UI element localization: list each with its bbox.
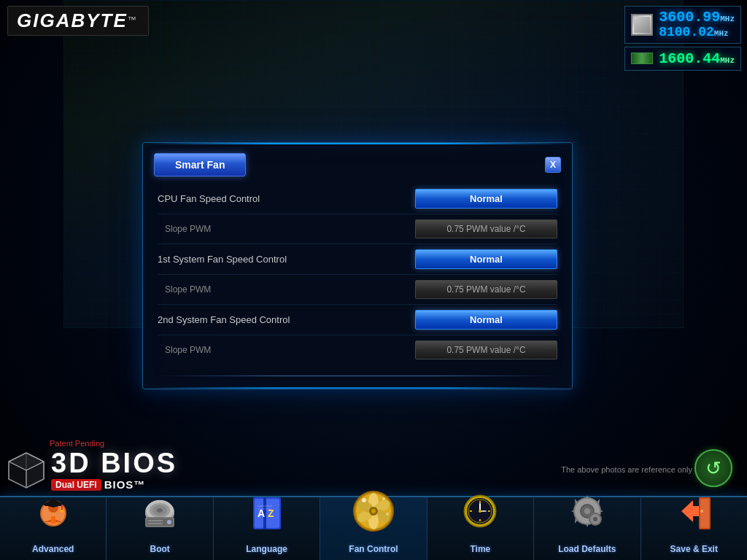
ram-speed-row: 1600.44MHz xyxy=(624,47,741,71)
nav-label-boot: Boot xyxy=(150,544,169,554)
smart-fan-dialog: Smart Fan X CPU Fan Speed Control Normal… xyxy=(142,142,573,389)
bios-text-group: 3D BIOS Dual UEFI BIOS™ xyxy=(51,449,177,491)
close-dialog-button[interactable]: X xyxy=(545,157,561,173)
slope-pwm-label-2: Slope PWM xyxy=(158,284,415,295)
fan-control-icon xyxy=(351,489,396,534)
slope-pwm-value-2[interactable]: 0.75 PWM value /°C xyxy=(415,280,557,299)
svg-point-21 xyxy=(157,508,163,513)
2nd-system-fan-label: 2nd System Fan Speed Control xyxy=(158,314,415,325)
slope-pwm-row-3: Slope PWM 0.75 PWM value /°C xyxy=(158,335,557,365)
cube-icon xyxy=(7,451,45,489)
dialog-header: Smart Fan X xyxy=(143,144,572,184)
svg-rect-73 xyxy=(700,499,709,528)
nav-label-time: Time xyxy=(471,544,491,554)
svg-point-46 xyxy=(362,498,366,502)
speed-display: 3600.99MHz 8100.02MHz 1600.44MHz xyxy=(624,6,741,71)
reference-text: The above photos are reference only xyxy=(561,465,692,474)
save-exit-icon xyxy=(674,491,713,531)
dialog-divider xyxy=(158,376,557,376)
svg-point-60 xyxy=(479,510,481,513)
fan-row-2nd-system: 2nd System Fan Speed Control Normal xyxy=(158,305,557,335)
svg-point-70 xyxy=(593,517,597,521)
slope-pwm-row-2: Slope PWM 0.75 PWM value /°C xyxy=(158,275,557,305)
1st-system-fan-label: 1st System Fan Speed Control xyxy=(158,254,415,265)
nav-item-boot[interactable]: Boot xyxy=(107,497,213,560)
brand-name: GIGABYTE xyxy=(17,9,128,31)
cpu-freq-value: 3600.99MHz 8100.02MHz xyxy=(659,9,735,40)
bios-branding: Patent Pending 3D BIOS Dual UEFI BIOS™ xyxy=(7,439,177,491)
svg-rect-25 xyxy=(148,520,163,521)
slope-pwm-row-1: Slope PWM 0.75 PWM value /°C xyxy=(158,214,557,244)
svg-point-27 xyxy=(167,520,171,524)
nav-item-load-defaults[interactable]: Load Defaults xyxy=(534,497,640,560)
load-defaults-icon xyxy=(568,491,607,531)
nav-label-save-exit: Save & Exit xyxy=(670,544,718,554)
cpu-speed-row: 3600.99MHz 8100.02MHz xyxy=(624,6,741,44)
nav-item-language[interactable]: A Z Language xyxy=(214,497,320,560)
svg-rect-12 xyxy=(61,505,63,510)
svg-point-47 xyxy=(382,497,385,500)
2nd-system-fan-value[interactable]: Normal xyxy=(415,310,557,330)
nav-bar: Advanced Boot xyxy=(0,496,747,560)
nav-item-save-exit[interactable]: Save & Exit xyxy=(641,497,747,560)
svg-rect-14 xyxy=(51,516,55,524)
patent-pending: Patent Pending xyxy=(50,439,177,448)
nav-label-load-defaults: Load Defaults xyxy=(558,544,616,554)
language-icon: A Z xyxy=(247,491,287,531)
dual-uefi-badge: Dual UEFI xyxy=(51,479,101,491)
nav-label-advanced: Advanced xyxy=(32,544,74,554)
svg-rect-26 xyxy=(148,523,163,524)
brand-tm: ™ xyxy=(128,15,136,25)
slope-pwm-value-3[interactable]: 0.75 PWM value /°C xyxy=(415,341,557,359)
advanced-icon xyxy=(34,491,73,531)
svg-point-48 xyxy=(386,513,389,516)
1st-system-fan-value[interactable]: Normal xyxy=(415,249,557,269)
dialog-content: CPU Fan Speed Control Normal Slope PWM 0… xyxy=(143,184,572,387)
ram-icon xyxy=(631,52,653,64)
nav-item-time[interactable]: Time xyxy=(427,497,534,560)
svg-point-74 xyxy=(700,510,703,513)
refresh-arrow-icon: ↻ xyxy=(705,457,721,480)
smart-fan-tab[interactable]: Smart Fan xyxy=(154,153,246,176)
slope-pwm-label-1: Slope PWM xyxy=(158,224,415,234)
cpu-fan-value[interactable]: Normal xyxy=(415,189,557,209)
time-icon xyxy=(460,491,500,531)
gigabyte-logo: GIGABYTE™ xyxy=(7,6,149,36)
ram-freq-value: 1600.44MHz xyxy=(659,50,735,67)
boot-icon xyxy=(140,491,179,531)
fan-row-cpu: CPU Fan Speed Control Normal xyxy=(158,184,557,214)
nav-item-advanced[interactable]: Advanced xyxy=(0,497,107,560)
refresh-icon[interactable]: ↻ xyxy=(694,449,732,487)
svg-point-45 xyxy=(371,509,376,513)
3d-bios-text: 3D BIOS xyxy=(51,449,177,477)
svg-point-13 xyxy=(61,510,63,513)
slope-pwm-value-1[interactable]: 0.75 PWM value /°C xyxy=(415,219,557,238)
nav-label-language: Language xyxy=(246,544,287,554)
nav-label-fan-control: Fan Control xyxy=(349,544,398,554)
cpu-icon xyxy=(631,14,653,36)
cpu-fan-label: CPU Fan Speed Control xyxy=(158,193,415,204)
bios-text-suffix: BIOS™ xyxy=(104,478,146,491)
nav-item-fan-control[interactable]: Fan Control xyxy=(320,497,427,560)
slope-pwm-label-3: Slope PWM xyxy=(158,345,415,355)
svg-point-67 xyxy=(584,508,590,514)
fan-row-1st-system: 1st System Fan Speed Control Normal xyxy=(158,244,557,275)
